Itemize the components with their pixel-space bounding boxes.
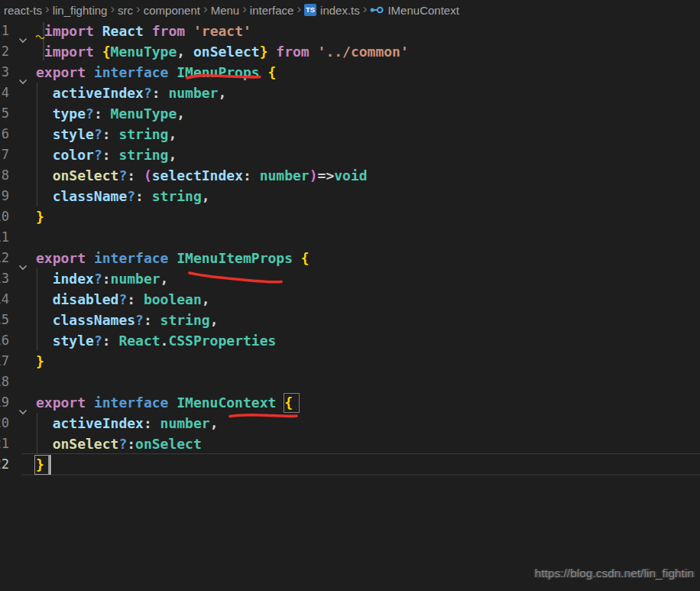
code-text: color?: string, xyxy=(36,145,177,165)
line-number: 3 xyxy=(0,62,9,83)
code-text: } xyxy=(36,351,44,372)
line-number: 7 xyxy=(0,145,9,165)
interface-symbol-icon xyxy=(370,5,384,15)
line-number: 22 xyxy=(0,454,9,475)
code-line[interactable]: 12export interface IMenuItemProps { xyxy=(0,248,700,268)
breadcrumb-label: react-ts xyxy=(4,4,42,17)
code-text: activeIndex?: number, xyxy=(36,83,226,103)
breadcrumb-item-lin-fighting[interactable]: lin_fighting xyxy=(50,4,110,17)
line-number: 20 xyxy=(0,413,9,434)
line-number: 9 xyxy=(0,186,9,206)
watermark: https://blog.csdn.net/lin_fightin xyxy=(535,567,694,580)
code-line[interactable]: 14 disabled?: boolean, xyxy=(0,289,700,310)
line-number: 4 xyxy=(0,83,9,103)
line-number: 14 xyxy=(0,289,9,310)
line-number: 8 xyxy=(0,165,9,186)
chevron-down-icon[interactable] xyxy=(18,70,28,76)
code-text: export interface IMenuItemProps { xyxy=(36,248,309,268)
code-text: } xyxy=(36,206,44,227)
line-number: 21 xyxy=(0,434,9,454)
code-text: style?: string, xyxy=(36,124,177,145)
breadcrumb-item-react-ts[interactable]: react-ts xyxy=(2,4,44,17)
line-number: 17 xyxy=(0,351,9,372)
code-line[interactable]: 22} xyxy=(0,454,700,475)
code-text: style?: React.CSSProperties xyxy=(36,330,276,351)
code-line[interactable]: 4 activeIndex?: number, xyxy=(0,83,700,103)
chevron-right-icon: › xyxy=(297,2,301,17)
breadcrumb-label: src xyxy=(118,4,133,17)
code-text: classNames?: string, xyxy=(36,310,218,330)
line-number: 19 xyxy=(0,392,9,413)
breadcrumb-item-src[interactable]: src xyxy=(115,4,135,17)
code-line[interactable]: 7 color?: string, xyxy=(0,145,700,165)
chevron-right-icon: › xyxy=(242,2,247,17)
chevron-right-icon: › xyxy=(363,2,368,17)
code-text: disabled?: boolean, xyxy=(36,289,210,310)
code-text: index?:number, xyxy=(36,268,168,289)
line-number: 16 xyxy=(0,330,9,351)
code-text: } xyxy=(36,454,44,475)
breadcrumb-item-index-ts[interactable]: TSindex.ts xyxy=(302,4,362,17)
line-number: 6 xyxy=(0,124,9,145)
code-text: export interface IMenuContext { xyxy=(36,392,293,413)
breadcrumb-item-component[interactable]: component xyxy=(141,4,203,17)
code-text: import React from 'react' xyxy=(36,21,251,41)
code-text: import {MenuType, onSelect} from '../com… xyxy=(36,41,409,62)
line-number: 12 xyxy=(0,248,9,268)
line-number: 2 xyxy=(0,41,9,62)
code-line[interactable]: 13 index?:number, xyxy=(0,268,700,289)
code-line[interactable]: 17} xyxy=(0,351,700,372)
code-line[interactable]: 11 xyxy=(0,227,700,248)
line-number: 15 xyxy=(0,310,9,330)
code-text: export interface IMenuProps { xyxy=(36,62,276,83)
code-line[interactable]: 20 activeIndex: number, xyxy=(0,413,700,434)
line-number: 5 xyxy=(0,103,9,124)
breadcrumb-label: lin_fighting xyxy=(53,4,108,17)
chevron-right-icon: › xyxy=(45,2,50,17)
code-line[interactable]: 19export interface IMenuContext { xyxy=(0,392,700,413)
code-text: activeIndex: number, xyxy=(36,413,218,434)
chevron-down-icon[interactable] xyxy=(18,28,28,34)
code-line[interactable]: 21 onSelect?:onSelect xyxy=(0,434,700,454)
code-text: type?: MenuType, xyxy=(36,103,185,124)
chevron-down-icon[interactable] xyxy=(18,255,28,261)
breadcrumb-item-imenucontext[interactable]: IMenuContext xyxy=(368,4,461,17)
code-line[interactable]: 5 type?: MenuType, xyxy=(0,103,700,124)
line-number: 10 xyxy=(0,206,9,227)
breadcrumb-label: component xyxy=(144,4,200,17)
breadcrumb: react-ts›lin_fighting›src›component›Menu… xyxy=(0,0,700,20)
code-line[interactable]: 18 xyxy=(0,372,700,392)
code-line[interactable]: 10} xyxy=(0,206,700,227)
code-text: onSelect?: (selectIndex: number)=>void xyxy=(36,165,368,186)
chevron-right-icon: › xyxy=(203,2,208,17)
breadcrumb-label: IMenuContext xyxy=(387,4,459,17)
line-number: 18 xyxy=(0,372,9,392)
code-text: onSelect?:onSelect xyxy=(36,434,202,454)
code-line[interactable]: 1 import React from 'react' xyxy=(0,21,700,41)
code-line[interactable]: 9 className?: string, xyxy=(0,186,700,206)
line-number: 1 xyxy=(0,21,9,41)
code-line[interactable]: 3export interface IMenuProps { xyxy=(0,62,700,83)
chevron-down-icon[interactable] xyxy=(18,400,28,406)
code-line[interactable]: 8 onSelect?: (selectIndex: number)=>void xyxy=(0,165,700,186)
breadcrumb-item-menu[interactable]: Menu xyxy=(209,4,242,17)
code-editor[interactable]: 1 import React from 'react'2 import {Men… xyxy=(0,21,700,475)
chevron-right-icon: › xyxy=(136,2,141,17)
code-line[interactable]: 15 classNames?: string, xyxy=(0,310,700,330)
typescript-file-icon: TS xyxy=(304,4,316,16)
code-line[interactable]: 2 import {MenuType, onSelect} from '../c… xyxy=(0,41,700,62)
breadcrumb-item-interface[interactable]: interface xyxy=(248,4,297,17)
line-number: 11 xyxy=(0,227,9,248)
code-line[interactable]: 16 style?: React.CSSProperties xyxy=(0,330,700,351)
code-line[interactable]: 6 style?: string, xyxy=(0,124,700,145)
breadcrumb-label: Menu xyxy=(211,4,240,17)
breadcrumb-label: index.ts xyxy=(320,4,360,17)
code-text: className?: string, xyxy=(36,186,210,206)
breadcrumb-label: interface xyxy=(250,4,294,17)
chevron-right-icon: › xyxy=(110,2,115,17)
line-number: 13 xyxy=(0,268,9,289)
